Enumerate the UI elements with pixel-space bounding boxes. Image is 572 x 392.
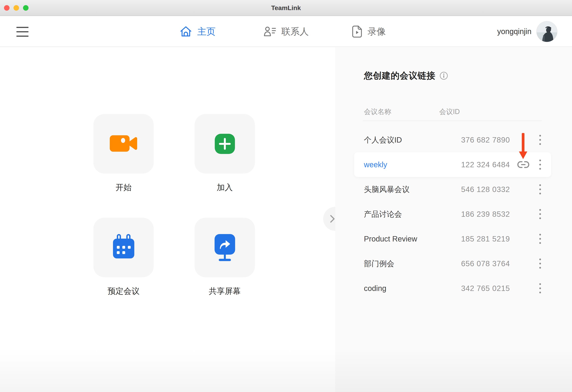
recordings-icon (352, 26, 362, 38)
more-options-button[interactable] (537, 257, 543, 270)
more-options-button[interactable] (537, 232, 543, 245)
tab-recordings-label: 录像 (367, 26, 386, 38)
window-title: TeamLink (0, 0, 572, 16)
meeting-links-panel: 您创建的会议链接 会议名称 会议ID 个人会议ID376 682 7890wee… (335, 47, 572, 392)
meeting-name: 产品讨论会 (364, 209, 402, 219)
username: yongqinjin (497, 27, 531, 36)
table-row[interactable]: 个人会议ID376 682 7890 (354, 128, 551, 152)
schedule-meeting-label: 预定会议 (93, 286, 154, 296)
table-row[interactable]: weekly122 324 6484 (354, 152, 551, 177)
tab-home[interactable]: 主页 (180, 16, 216, 47)
meeting-name: 头脑风暴会议 (364, 184, 410, 195)
meeting-name[interactable]: weekly (364, 160, 387, 169)
more-options-button[interactable] (537, 158, 543, 171)
copy-link-icon[interactable] (517, 160, 530, 169)
table-row[interactable]: 部门例会656 078 3764 (354, 251, 551, 276)
table-row[interactable]: 头脑风暴会议546 128 0332 (354, 177, 551, 202)
join-meeting-button[interactable] (195, 114, 255, 174)
meeting-name: coding (364, 284, 386, 293)
start-meeting-button[interactable] (93, 114, 154, 174)
table-row[interactable]: 产品讨论会186 239 8532 (354, 202, 551, 227)
meeting-list: 个人会议ID376 682 7890weekly122 324 6484头脑风暴… (354, 128, 551, 301)
meeting-id: 546 128 0332 (461, 185, 510, 194)
hamburger-menu-button[interactable] (16, 27, 29, 37)
meeting-id: 656 078 3764 (461, 259, 510, 268)
header-divider (363, 121, 542, 121)
meeting-name: 部门例会 (364, 258, 394, 269)
camera-icon (109, 133, 138, 155)
tab-home-label: 主页 (197, 26, 216, 38)
table-row[interactable]: coding342 765 0215 (354, 276, 551, 301)
tab-recordings[interactable]: 录像 (352, 16, 386, 47)
table-row[interactable]: Product Review185 281 5219 (354, 227, 551, 251)
panel-title: 您创建的会议链接 (364, 70, 435, 82)
join-meeting-label: 加入 (195, 182, 255, 193)
tab-contacts-label: 联系人 (281, 26, 309, 38)
plus-icon (215, 134, 235, 154)
more-options-button[interactable] (537, 133, 543, 147)
meeting-name: Product Review (364, 235, 417, 243)
column-header-name: 会议名称 (364, 107, 391, 116)
tab-contacts[interactable]: 联系人 (263, 16, 309, 47)
column-header-id: 会议ID (439, 107, 460, 116)
chevron-right-icon (330, 215, 335, 223)
meeting-id: 185 281 5219 (461, 235, 510, 243)
user-menu[interactable]: yongqinjin (497, 16, 557, 47)
start-meeting-label: 开始 (93, 182, 154, 193)
share-screen-button[interactable] (195, 218, 255, 277)
contacts-icon (263, 26, 276, 37)
calendar-icon (110, 234, 137, 260)
meeting-id: 186 239 8532 (461, 210, 510, 218)
navbar: 主页 联系人 录像 yongqinjin (0, 16, 572, 47)
info-icon[interactable] (440, 72, 448, 80)
schedule-meeting-button[interactable] (93, 218, 154, 277)
window-titlebar: TeamLink (0, 0, 572, 16)
more-options-button[interactable] (537, 183, 543, 196)
meeting-id: 376 682 7890 (461, 136, 510, 144)
avatar (536, 21, 557, 42)
home-icon (180, 26, 192, 37)
meeting-id: 122 324 6484 (461, 160, 510, 169)
more-options-button[interactable] (537, 282, 543, 295)
meeting-id: 342 765 0215 (461, 284, 510, 293)
more-options-button[interactable] (537, 208, 543, 221)
screen-share-icon (215, 234, 235, 261)
share-screen-label: 共享屏幕 (195, 286, 255, 296)
meeting-name: 个人会议ID (364, 135, 402, 145)
main-area: 开始 加入 预定会议 共享屏幕 (0, 47, 335, 392)
